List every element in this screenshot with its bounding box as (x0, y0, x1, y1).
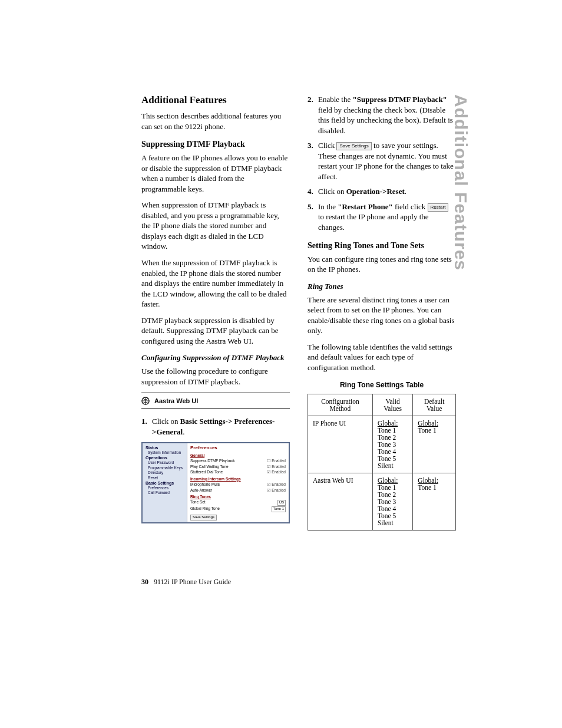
col-header-valid: Valid Values (372, 394, 412, 416)
screenshot-group: Ring Tones (190, 495, 286, 499)
screenshot-group: General (190, 453, 286, 458)
heading-ring-tones-sets: Setting Ring Tones and Tone Sets (308, 241, 456, 251)
default-label: Global: (418, 420, 438, 427)
step-text: field click (393, 202, 428, 211)
step-bold: "Restart Phone" (338, 202, 393, 211)
ss-label: Suppress DTMF Playback (190, 459, 235, 463)
page-footer: 30 9112i IP Phone User Guide (141, 578, 456, 587)
nav-section: Basic Settings (146, 480, 184, 486)
heading-suppress-dtmf: Suppressing DTMF Playback (141, 140, 290, 149)
nav-item: Programmable Keys (148, 466, 184, 470)
screenshot-save-button: Save Settings (190, 515, 217, 521)
left-column: Additional Features This section describ… (141, 94, 290, 531)
body-paragraph: Use the following procedure to configure… (141, 366, 290, 387)
valid-item: Tone 1 (378, 427, 396, 434)
nav-item: User Password (148, 460, 184, 465)
ss-label: Global Ring Tone (190, 506, 220, 512)
restart-button[interactable]: Restart (428, 203, 449, 212)
table-row: Aastra Web UI Global: Tone 1 Tone 2 Tone… (308, 473, 456, 531)
valid-item: Tone 2 (378, 434, 396, 441)
ss-value: US (277, 500, 286, 506)
step-text: field by checking the check box. (Disabl… (318, 106, 453, 135)
doc-title: 9112i IP Phone User Guide (154, 578, 231, 586)
step-text: Enable the (318, 95, 352, 104)
aastra-web-ui-label: Aastra Web UI (154, 397, 198, 404)
heading-configuring-suppression: Configuring Suppression of DTMF Playback (141, 353, 290, 363)
body-paragraph: You can configure ring tones and ring to… (308, 254, 456, 275)
ss-value: ☐ Enabled (267, 459, 286, 463)
ss-value: ☑ Enabled (267, 482, 286, 487)
cell-method: IP Phone UI (308, 416, 373, 473)
col-header-default: Default Value (413, 394, 456, 416)
right-column: Enable the "Suppress DTMF Playback" fiel… (308, 94, 456, 531)
default-item: Tone 1 (418, 484, 436, 491)
intro-paragraph: This section describes additional featur… (141, 111, 290, 131)
step-2: Enable the "Suppress DTMF Playback" fiel… (308, 94, 456, 136)
step-bold: Operation->Reset (346, 187, 405, 196)
step-list-left: Click on Basic Settings-> Preferences->G… (141, 416, 290, 437)
cell-default: Global: Tone 1 (413, 473, 456, 531)
table-caption: Ring Tone Settings Table (308, 381, 456, 389)
step-3: Click Save Settings to save your setting… (308, 140, 456, 182)
valid-item: Silent (378, 519, 394, 526)
step-1: Click on Basic Settings-> Preferences->G… (141, 416, 290, 437)
body-paragraph: There are several distinct ring tones a … (308, 295, 456, 336)
step-5: In the "Restart Phone" field click Resta… (308, 202, 456, 233)
valid-item: Tone 5 (378, 512, 396, 519)
valid-item: Tone 1 (378, 484, 396, 491)
globe-icon (141, 397, 150, 405)
table-row: IP Phone UI Global: Tone 1 Tone 2 Tone 3… (308, 416, 456, 473)
ss-label: Stuttered Dial Tone (190, 470, 223, 475)
valid-item: Silent (378, 462, 394, 469)
page-title: Additional Features (141, 94, 290, 106)
ss-label: Auto-Answer (190, 488, 212, 493)
step-text: to restart the IP phone and apply the ch… (318, 212, 429, 232)
valid-label: Global: (378, 420, 398, 427)
valid-item: Tone 4 (378, 448, 396, 455)
screenshot-title: Preferences (190, 445, 286, 451)
step-text: . (405, 187, 406, 196)
ss-value: ☑ Enabled (267, 470, 286, 475)
screenshot-group: Incoming Intercom Settings (190, 477, 286, 482)
nav-section: Status (146, 445, 184, 450)
step-text: In the (318, 202, 338, 211)
step-list-right: Enable the "Suppress DTMF Playback" fiel… (308, 94, 456, 233)
body-paragraph: The following table identifies the valid… (308, 342, 456, 373)
embedded-screenshot-preferences: Status System Information Operations Use… (141, 442, 290, 523)
screenshot-main: Preferences General Suppress DTMF Playba… (187, 443, 289, 522)
nav-item: Preferences (148, 486, 184, 490)
cell-valid: Global: Tone 1 Tone 2 Tone 3 Tone 4 Tone… (372, 473, 412, 531)
step-text: Click on (152, 417, 180, 426)
default-label: Global: (418, 477, 438, 484)
step-text: Click on (318, 187, 346, 196)
ring-tone-settings-table: Configuration Method Valid Values Defaul… (308, 394, 456, 531)
cell-default: Global: Tone 1 (413, 416, 456, 473)
ss-value: ☑ Enabled (267, 465, 286, 469)
ss-label: Play Call Waiting Tone (190, 465, 229, 469)
body-paragraph: DTMF playback suppression is disabled by… (141, 315, 290, 347)
valid-item: Tone 3 (378, 441, 396, 448)
default-item: Tone 1 (418, 427, 436, 434)
body-paragraph: A feature on the IP phones allows you to… (141, 153, 290, 194)
ss-label: Microphone Mute (190, 482, 220, 487)
screenshot-nav: Status System Information Operations Use… (143, 443, 187, 522)
step-text: Click (318, 141, 336, 150)
ss-label: Tone Set (190, 500, 206, 506)
valid-item: Tone 4 (378, 505, 396, 512)
nav-item: Reset (148, 476, 184, 480)
body-paragraph: When suppression of DTMF playback is dis… (141, 200, 290, 252)
step-4: Click on Operation->Reset. (308, 186, 456, 197)
valid-item: Tone 2 (378, 491, 396, 498)
page-number: 30 (141, 578, 148, 586)
valid-item: Tone 5 (378, 455, 396, 462)
nav-section: Operations (146, 455, 184, 460)
valid-item: Tone 3 (378, 498, 396, 505)
nav-item: Call Forward (148, 490, 184, 495)
ss-value: Tone 1 (272, 506, 286, 512)
aastra-web-ui-callout: Aastra Web UI (141, 393, 290, 409)
cell-method: Aastra Web UI (308, 473, 373, 531)
save-settings-button[interactable]: Save Settings (336, 142, 371, 150)
nav-item: Directory (148, 470, 184, 475)
col-header-method: Configuration Method (308, 394, 373, 416)
body-paragraph: When the suppression of DTMF playback is… (141, 258, 290, 309)
